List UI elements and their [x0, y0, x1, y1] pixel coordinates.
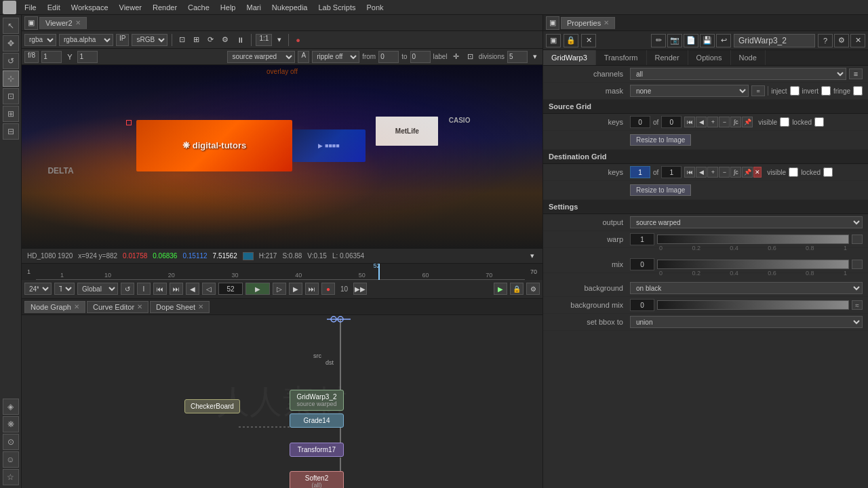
divisions-input[interactable] — [507, 51, 528, 63]
bbox-select[interactable]: union — [630, 316, 863, 328]
dest-of-input[interactable] — [661, 166, 682, 178]
viewer-icon-settings[interactable]: ⚙ — [219, 35, 231, 45]
viewer-icon-fit[interactable]: ⊡ — [176, 35, 188, 45]
loop-btn[interactable]: ↺ — [121, 283, 134, 295]
node-soften[interactable]: Soften2 (all) — [290, 471, 344, 488]
prop-icon-pencil[interactable]: ✏ — [651, 34, 666, 47]
menu-edit[interactable]: Edit — [42, 2, 66, 13]
dst-key-add[interactable]: + — [707, 167, 718, 178]
tab-render[interactable]: Render — [647, 50, 688, 65]
play-mode-btn[interactable]: I — [137, 283, 151, 295]
menu-workspace[interactable]: Workspace — [66, 2, 114, 13]
gain-btn[interactable]: A — [298, 51, 309, 63]
warp-slider[interactable]: 00.20.40.60.81 — [657, 235, 849, 244]
skip-end-btn[interactable]: ⏭ — [305, 283, 319, 295]
tool-select[interactable]: ↖ — [3, 18, 19, 34]
tool-bottom4[interactable]: ☺ — [3, 451, 19, 468]
bg-mix-btn[interactable]: ≈ — [852, 300, 863, 310]
prop-icon-save[interactable]: 💾 — [700, 34, 715, 47]
from-input[interactable] — [378, 51, 399, 63]
node-gridwarp[interactable]: GridWarp3_2 source warped — [290, 390, 344, 411]
step-fwd-small[interactable]: ▷ — [273, 283, 286, 295]
src-key-pin[interactable]: 📌 — [742, 117, 753, 127]
play-all-btn[interactable]: ▶ — [494, 283, 507, 295]
dst-key-pin[interactable]: 📌 — [742, 167, 753, 178]
menu-viewer[interactable]: Viewer — [114, 2, 147, 13]
mix-input[interactable] — [630, 258, 654, 270]
viewer-tab[interactable]: Viewer2 ✕ — [39, 17, 87, 29]
dst-key-interp[interactable]: ∫c — [730, 167, 741, 178]
lock-btn[interactable]: 🔒 — [510, 283, 524, 295]
channels-expand[interactable]: ≡ — [849, 68, 863, 79]
dst-locked-checkbox[interactable] — [823, 167, 833, 177]
dst-resize-btn[interactable]: Resize to Image — [630, 184, 691, 196]
step-back-btn[interactable]: ◀ — [186, 283, 199, 295]
dst-key-prev[interactable]: ◀ — [696, 167, 707, 178]
menu-labscripts[interactable]: Lab Scripts — [313, 2, 361, 13]
tool-rotate[interactable]: ↺ — [3, 53, 19, 69]
props-tab-close[interactable]: ✕ — [604, 19, 609, 26]
menu-file[interactable]: File — [19, 2, 42, 13]
node-checkerboard[interactable]: CheckerBoard — [184, 399, 240, 413]
tab-node[interactable]: Node — [731, 50, 766, 65]
inject-checkbox[interactable] — [790, 86, 800, 96]
invert-checkbox[interactable] — [821, 86, 831, 96]
step-back-small[interactable]: ◁ — [202, 283, 216, 295]
dst-key-clear[interactable]: ✕ — [753, 167, 762, 178]
src-key-interp[interactable]: ∫c — [730, 117, 741, 127]
menu-mari[interactable]: Mari — [241, 2, 266, 13]
prop-icon-file[interactable]: 📄 — [684, 34, 698, 47]
y-input[interactable] — [77, 51, 98, 63]
source-of-input[interactable] — [661, 116, 682, 128]
menu-help[interactable]: Help — [215, 2, 241, 13]
fps-select[interactable]: 24* — [24, 283, 52, 295]
to-input[interactable] — [410, 51, 431, 63]
tool-bottom5[interactable]: ☆ — [3, 469, 19, 485]
frame-back-btn[interactable]: f/8 — [24, 51, 39, 63]
frame-input[interactable] — [41, 51, 62, 63]
settings-timeline-btn[interactable]: ⚙ — [526, 283, 540, 295]
tab-transform[interactable]: Transform — [596, 50, 647, 65]
dst-key-first[interactable]: ⏮ — [684, 167, 695, 178]
source-keys-input[interactable] — [630, 116, 650, 128]
src-key-first[interactable]: ⏮ — [684, 117, 695, 127]
tool-bottom1[interactable]: ◈ — [3, 399, 19, 415]
zoom-display[interactable]: 1:1 — [256, 34, 272, 46]
prop-icon-undo[interactable]: ↩ — [716, 34, 731, 47]
tab-properties[interactable]: Properties ✕ — [561, 17, 615, 29]
node-transform[interactable]: Transform17 — [290, 443, 344, 457]
viewer-icon-grid[interactable]: ⊞ — [191, 35, 202, 45]
tf-select[interactable]: TF — [54, 283, 75, 295]
prop-icon-lock[interactable]: 🔒 — [564, 34, 578, 47]
global-select[interactable]: Global — [77, 283, 118, 295]
tab-node-graph[interactable]: Node Graph ✕ — [24, 301, 85, 313]
mask-btn[interactable]: = — [751, 85, 765, 96]
menu-cache[interactable]: Cache — [182, 2, 215, 13]
src-key-add[interactable]: + — [707, 117, 718, 127]
prop-icon-help[interactable]: ? — [818, 34, 833, 47]
prop-icon-x[interactable]: ✕ — [581, 34, 596, 47]
channels-select[interactable]: all — [630, 68, 846, 80]
dst-visible-checkbox[interactable] — [789, 167, 798, 177]
tool-warp[interactable]: ⊞ — [3, 106, 19, 122]
node-grade[interactable]: Grade14 — [290, 413, 344, 428]
ip-button[interactable]: IP — [116, 34, 129, 46]
menu-nukepedia[interactable]: Nukepedia — [267, 2, 313, 13]
channel-select[interactable]: rgba — [24, 34, 56, 46]
output-select[interactable]: source warped — [630, 216, 863, 228]
viewer-icon-color[interactable]: ● — [293, 35, 303, 45]
dest-keys-input[interactable] — [630, 166, 650, 178]
tool-crop[interactable]: ⊡ — [3, 88, 19, 104]
viewer-icon[interactable]: ▣ — [24, 16, 38, 30]
viewer-tab-close[interactable]: ✕ — [75, 19, 81, 26]
tab-curve-editor[interactable]: Curve Editor ✕ — [87, 301, 149, 313]
menu-render[interactable]: Render — [147, 2, 182, 13]
props-icon[interactable]: ▣ — [546, 16, 559, 30]
play-btn[interactable]: ▶ — [245, 283, 270, 295]
tab-curve-editor-close[interactable]: ✕ — [137, 303, 142, 310]
background-select[interactable]: on black — [630, 282, 863, 294]
mask-select[interactable]: none — [630, 85, 749, 97]
colorspace-select[interactable]: sRGB — [132, 34, 167, 46]
viewer-icon-refresh[interactable]: ⟳ — [205, 35, 216, 45]
src-key-prev[interactable]: ◀ — [696, 117, 707, 127]
